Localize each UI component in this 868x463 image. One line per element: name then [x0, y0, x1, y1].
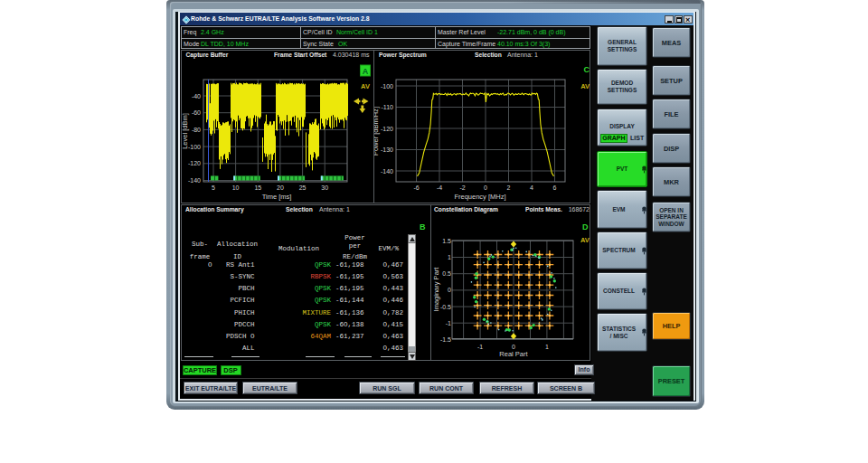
svg-text:Time [ms]: Time [ms]	[262, 193, 292, 201]
svg-text:20: 20	[277, 184, 284, 191]
svg-text:1: 1	[448, 254, 451, 260]
svg-text:-6: -6	[413, 184, 419, 191]
svg-text:4: 4	[530, 184, 533, 191]
svg-text:AV: AV	[580, 82, 590, 90]
svg-text:2: 2	[507, 184, 511, 191]
svg-text:0.5: 0.5	[442, 270, 451, 277]
svg-text:1.5: 1.5	[442, 238, 451, 244]
svg-text:5: 5	[212, 184, 215, 191]
svg-text:-0.5: -0.5	[440, 304, 451, 310]
svg-text:Real Part: Real Part	[499, 350, 528, 358]
svg-text:-80: -80	[192, 127, 201, 133]
svg-text:-100: -100	[381, 83, 393, 90]
svg-text:-130: -130	[381, 146, 393, 153]
svg-text:25: 25	[299, 184, 307, 191]
svg-text:6: 6	[553, 184, 557, 191]
svg-text:-1.5: -1.5	[440, 336, 451, 343]
svg-text:AV: AV	[361, 82, 370, 90]
svg-text:-100: -100	[188, 144, 201, 150]
svg-text:-140: -140	[188, 177, 201, 184]
svg-text:-1: -1	[477, 344, 483, 350]
svg-text:-110: -110	[382, 104, 394, 110]
svg-text:Level [dBm]: Level [dBm]	[181, 113, 189, 149]
svg-text:10: 10	[232, 184, 240, 191]
svg-text:0: 0	[448, 287, 451, 293]
svg-text:Frequency [MHz]: Frequency [MHz]	[454, 193, 505, 201]
svg-text:-40: -40	[192, 93, 201, 99]
svg-text:0: 0	[484, 184, 487, 191]
svg-text:A: A	[363, 67, 369, 76]
svg-text:-4: -4	[437, 184, 442, 191]
svg-text:-60: -60	[192, 109, 201, 116]
svg-text:-140: -140	[381, 168, 393, 175]
svg-text:-1: -1	[446, 320, 451, 326]
svg-text:1: 1	[545, 344, 549, 350]
svg-text:-2: -2	[459, 184, 465, 191]
svg-text:-120: -120	[188, 160, 201, 166]
svg-text:-120: -120	[381, 126, 393, 132]
svg-text:15: 15	[254, 184, 261, 191]
svg-text:30: 30	[321, 184, 328, 191]
svg-text:Imaginary Part: Imaginary Part	[432, 267, 440, 312]
svg-text:C: C	[584, 65, 590, 74]
svg-text:0: 0	[512, 344, 515, 350]
svg-text:Power [dBm/Hz]: Power [dBm/Hz]	[374, 107, 380, 156]
